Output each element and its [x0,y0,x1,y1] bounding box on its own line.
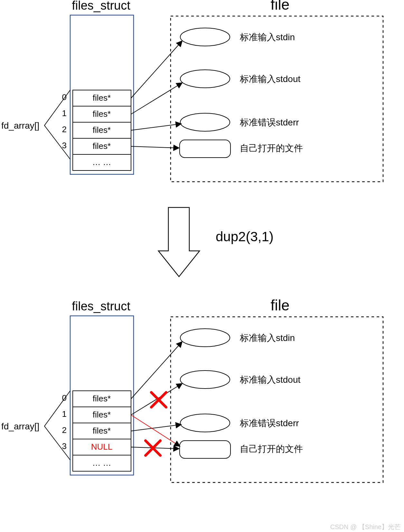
watermark: CSDN @ 【Shine】光芒 [330,523,401,530]
file-label-stdout-top: 标准输入stdout [240,74,300,84]
files-struct-title-bottom: files_struct [72,299,130,313]
fd-row-1-value-bottom: files* [93,410,111,419]
arrow-2-stderr-bottom [131,425,181,431]
file-label-stdout-bottom: 标准输入stdout [240,375,300,385]
file-label-stdin-bottom: 标准输入stdin [240,333,295,343]
fd-row-2-index-top: 2 [62,124,67,134]
action-label: dup2(3,1) [216,229,274,244]
fd-row-1-value-top: files* [93,109,111,119]
fd-row-0-value-top: files* [93,93,111,103]
file-rect-own-top [180,140,230,158]
fd-array-label-bottom: fd_array[] [1,421,39,431]
action-arrow: dup2(3,1) [158,207,274,277]
file-label-stderr-bottom: 标准错误stderr [240,418,299,428]
files-struct-title-top: files_struct [72,0,130,12]
fd-row-3-value-bottom: NULL [91,442,112,452]
fd-row-2-value-bottom: files* [93,426,111,436]
fd-row-3-index-bottom: 3 [62,441,67,451]
cross-icon-stdout [151,392,166,407]
file-ellipse-stdin-top [180,28,230,46]
file-ellipse-stdout-top [180,70,230,88]
fd-array-label-top: fd_array[] [1,121,39,131]
file-title-top: file [271,0,290,13]
file-rect-own-bottom [180,441,230,458]
file-ellipse-stderr-bottom [180,414,230,432]
file-label-own-bottom: 自己打开的文件 [240,444,303,454]
fd-row-3-value-top: files* [93,141,111,151]
file-ellipse-stderr-top [180,113,230,131]
fd-row-4-value-top: … … [92,157,111,167]
fd-row-0-value-bottom: files* [93,394,111,403]
fd-row-2-index-bottom: 2 [62,425,67,435]
top-diagram: files_struct file files* 0 files* 1 file… [1,0,383,182]
bottom-diagram: files_struct file files* 0 files* 1 file… [1,297,383,482]
fd-array-rows-bottom: files* 0 files* 1 files* 2 NULL 3 … … [62,391,131,471]
arrow-0-stdin-top [131,41,182,98]
file-label-own-top: 自己打开的文件 [240,143,303,153]
arrow-2-stderr-top [131,124,181,130]
fd-row-1-index-bottom: 1 [62,409,67,419]
arrow-1-own-bottom-new [131,415,180,446]
arrow-3-own-top [131,146,179,148]
file-label-stderr-top: 标准错误stderr [240,117,299,127]
file-ellipse-stdin-bottom [180,329,230,347]
arrow-0-stdin-bottom [131,342,182,399]
fd-row-4-value-bottom: … … [92,458,111,468]
down-arrow-icon [158,207,200,277]
arrow-1-stdout-top [131,83,182,114]
file-label-stdin-top: 标准输入stdin [240,32,295,42]
fd-row-2-value-top: files* [93,125,111,135]
fd-row-3-index-top: 3 [62,141,67,150]
file-title-bottom: file [271,297,290,314]
file-ellipse-stdout-bottom [180,371,230,389]
fd-row-1-index-top: 1 [62,108,67,118]
fd-array-rows-top: files* 0 files* 1 files* 2 files* 3 … … [62,90,131,170]
